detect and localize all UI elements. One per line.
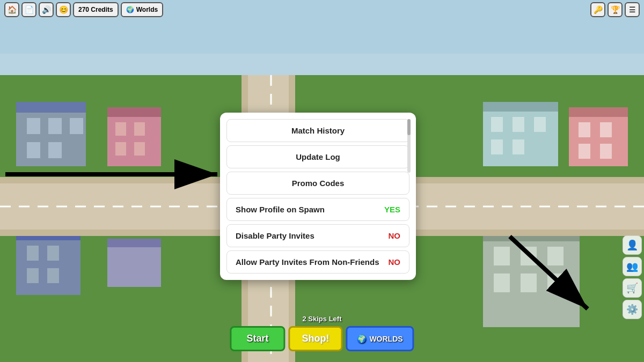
shop-button[interactable]: Shop! [288,326,342,351]
svg-rect-33 [491,139,503,154]
svg-rect-47 [521,274,537,292]
update-log-label: Update Log [296,152,340,161]
bottom-bar: 2 Skips Left Start Shop! 🌍 WORLDS [230,315,414,351]
key-button[interactable]: 🔑 [590,2,605,17]
emoji-button[interactable]: 😊 [56,2,71,17]
svg-rect-27 [47,268,59,283]
svg-rect-20 [115,142,126,156]
update-log-button[interactable]: Update Log [226,145,409,168]
match-history-button[interactable]: Match History [226,119,409,142]
svg-rect-13 [70,118,83,134]
scrollbar-thumb [407,119,411,135]
svg-rect-29 [483,102,558,112]
credits-label: 270 Credits [78,6,113,13]
start-button[interactable]: Start [230,326,285,351]
svg-rect-53 [0,230,247,236]
friends-icon-button[interactable]: 👥 [623,257,642,276]
scrollbar[interactable] [407,119,411,173]
svg-rect-44 [521,247,537,265]
bottom-buttons: Start Shop! 🌍 WORLDS [230,326,414,351]
svg-rect-48 [547,274,564,292]
svg-rect-32 [534,117,546,132]
svg-rect-40 [600,144,612,159]
svg-rect-19 [134,122,145,136]
disable-party-toggle[interactable]: Disable Party Invites NO [226,224,409,247]
menu-button[interactable]: ☰ [625,2,640,17]
svg-rect-38 [600,122,612,137]
svg-rect-21 [134,142,145,156]
svg-rect-51 [0,177,247,183]
svg-rect-39 [579,144,590,159]
allow-party-toggle[interactable]: Allow Party Invites From Non-Friends NO [226,250,409,274]
allow-party-value: NO [389,257,401,267]
settings-icon-button[interactable]: ⚙️ [623,300,642,319]
worlds-bottom-label: WORLDS [369,335,402,343]
top-bar: 🏠 📄 🔊 😊 270 Credits 🌍 Worlds 🔑 🏆 ☰ [0,0,644,19]
svg-rect-10 [16,102,86,113]
show-profile-toggle[interactable]: Show Profile on Spawn YES [226,198,409,221]
promo-codes-label: Promo Codes [292,179,345,188]
audio-button[interactable]: 🔊 [39,2,54,17]
svg-rect-12 [48,118,62,134]
shop-icon-button[interactable]: 🛒 [623,278,642,298]
home-button[interactable]: 🏠 [4,2,19,17]
skips-text: 2 Skips Left [303,315,342,323]
svg-rect-50 [107,239,161,247]
leaderboard-button[interactable]: 🏆 [608,2,623,17]
svg-rect-15 [48,142,62,158]
profile-icon-button[interactable]: 👤 [623,235,642,255]
worlds-label: Worlds [136,6,158,13]
worlds-globe-icon: 🌍 [357,335,366,343]
document-button[interactable]: 📄 [21,2,36,17]
svg-rect-14 [27,142,40,158]
match-history-label: Match History [291,126,345,135]
svg-rect-31 [513,117,524,132]
disable-party-value: NO [389,231,401,240]
svg-rect-26 [27,268,39,283]
svg-rect-24 [27,246,39,261]
svg-rect-34 [513,139,524,154]
svg-rect-25 [47,246,59,261]
svg-rect-30 [491,117,503,132]
svg-rect-36 [569,107,628,117]
svg-rect-43 [494,247,510,265]
globe-icon: 🌍 [126,6,134,13]
worlds-bottom-button[interactable]: 🌍 WORLDS [346,326,414,351]
svg-rect-18 [115,122,126,136]
svg-rect-37 [579,122,590,137]
right-sidebar: 👤 👥 🛒 ⚙️ [623,235,642,319]
worlds-top-button[interactable]: 🌍 Worlds [121,2,163,17]
credits-button[interactable]: 270 Credits [73,2,119,17]
svg-rect-17 [107,107,161,117]
show-profile-label: Show Profile on Spawn [236,205,325,214]
show-profile-value: YES [384,205,400,214]
svg-rect-45 [547,247,564,265]
svg-rect-46 [494,274,510,292]
settings-modal: Match History Update Log Promo Codes Sho… [220,113,416,280]
top-right-buttons: 🔑 🏆 ☰ [590,2,640,17]
promo-codes-button[interactable]: Promo Codes [226,172,409,195]
allow-party-label: Allow Party Invites From Non-Friends [236,257,379,267]
svg-rect-11 [27,118,40,134]
disable-party-label: Disable Party Invites [236,231,314,240]
